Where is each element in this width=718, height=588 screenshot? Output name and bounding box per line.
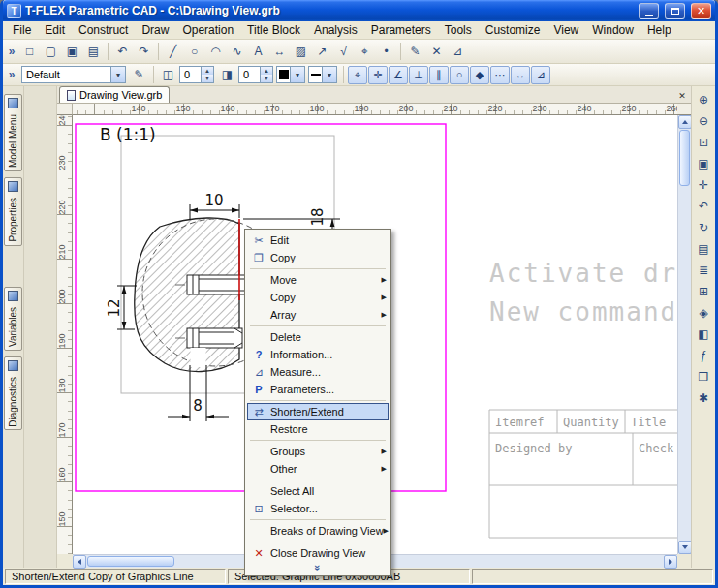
chevron-down-icon[interactable]: ▾ [110, 67, 125, 82]
arc-icon[interactable]: ◠ [205, 42, 226, 61]
context-menu-item-array[interactable]: Array ▶ [247, 306, 389, 324]
stepper-up-icon[interactable]: ▲ [261, 67, 272, 75]
line-icon[interactable]: ╱ [163, 42, 183, 61]
chevron-down-icon[interactable]: ▾ [322, 67, 336, 82]
zoom-window-icon[interactable]: ⊡ [694, 133, 714, 152]
pan-icon[interactable]: ✛ [694, 175, 714, 195]
context-menu-item-groups[interactable]: Groups ▶ [247, 443, 389, 460]
snap-midpoint-toggle[interactable]: ◆ [470, 66, 489, 84]
node-icon[interactable]: • [376, 42, 396, 61]
context-menu-item-delete[interactable]: Delete [247, 328, 389, 346]
open-icon[interactable]: ▢ [41, 42, 61, 61]
menu-expand-chevron[interactable]: » [247, 562, 389, 573]
minimize-button[interactable] [639, 3, 659, 19]
snap-tangent-toggle[interactable]: ⊿ [531, 66, 550, 84]
context-menu-item-select-all[interactable]: Select All [247, 482, 389, 500]
context-menu-item-information[interactable]: ? Information... [247, 346, 389, 363]
context-menu-item-move[interactable]: Move ▶ [247, 271, 389, 289]
roughness-icon[interactable]: √ [333, 42, 354, 61]
layers-icon[interactable]: ≣ [694, 261, 714, 280]
snap-nearest-toggle[interactable]: ⋯ [490, 66, 510, 84]
menubar-item-customize[interactable]: Customize [479, 21, 547, 39]
context-menu-item-copy[interactable]: ❐ Copy [247, 249, 389, 266]
pen-style-icon[interactable]: ✎ [129, 65, 149, 84]
menubar-item-analysis[interactable]: Analysis [307, 21, 364, 39]
tab-properties[interactable]: Properties [4, 177, 22, 246]
context-menu-item-close-drawing-view[interactable]: ✕ Close Drawing View [247, 544, 389, 562]
style-combobox[interactable]: Default ▾ [21, 66, 126, 83]
leader-icon[interactable]: ↗ [312, 42, 332, 61]
line-thickness-stepper[interactable]: 0 ▲▼ [179, 66, 214, 83]
menubar-item-view[interactable]: View [546, 21, 585, 39]
menubar-item-title-block[interactable]: Title Block [240, 21, 307, 39]
document-close-icon[interactable]: ✕ [675, 89, 689, 103]
stepper-arrows[interactable]: ▲▼ [201, 67, 213, 82]
context-menu-item-shorten-extend[interactable]: ⇄ Shorten/Extend [247, 403, 389, 420]
tab-variables[interactable]: Variables [4, 287, 22, 351]
vertical-scroll-thumb[interactable] [679, 130, 690, 186]
snap-perpendicular-toggle[interactable]: ⊥ [409, 66, 428, 84]
circle-icon[interactable]: ○ [184, 42, 204, 61]
context-menu-item-copy-submenu[interactable]: Copy ▶ [247, 289, 389, 306]
tab-diagnostics[interactable]: Diagnostics [4, 356, 22, 431]
context-menu-item-measure[interactable]: ⊿ Measure... [247, 363, 389, 381]
stepper-arrows[interactable]: ▲▼ [260, 67, 272, 82]
hatch-icon[interactable]: ▨ [291, 42, 311, 61]
new-icon[interactable]: □ [19, 42, 40, 61]
vertical-scrollbar[interactable] [677, 115, 691, 554]
snap-horizontal-toggle[interactable]: ↔ [511, 66, 530, 84]
context-menu-item-selector[interactable]: ⊡ Selector... [247, 500, 389, 517]
redraw-icon[interactable]: ↻ [694, 218, 714, 237]
menubar-item-parameters[interactable]: Parameters [364, 21, 438, 39]
menubar-item-window[interactable]: Window [585, 21, 640, 39]
menubar-item-operation[interactable]: Operation [175, 21, 240, 39]
menubar-item-draw[interactable]: Draw [135, 21, 175, 39]
undo-icon[interactable]: ↶ [112, 42, 133, 61]
print-icon[interactable]: ▤ [83, 42, 104, 61]
horizontal-scroll-thumb[interactable] [87, 556, 174, 567]
dimension-icon[interactable]: ↔ [269, 42, 290, 61]
options-icon[interactable]: ✱ [694, 388, 714, 408]
menubar-item-help[interactable]: Help [640, 21, 678, 39]
context-menu-item-other[interactable]: Other ▶ [247, 460, 389, 478]
priority-stepper[interactable]: 0 ▲▼ [238, 66, 273, 83]
erase-icon[interactable]: ✕ [426, 42, 447, 61]
scroll-up-button[interactable] [678, 115, 692, 129]
menubar-item-tools[interactable]: Tools [438, 21, 479, 39]
snap-angle-toggle[interactable]: ∠ [389, 66, 408, 84]
stepper-down-icon[interactable]: ▼ [261, 75, 272, 82]
materials-icon[interactable]: ◧ [694, 325, 714, 344]
axis-icon[interactable]: ⌖ [355, 42, 375, 61]
scroll-down-button[interactable] [678, 541, 692, 554]
tab-model-menu[interactable]: Model Menu [4, 94, 22, 171]
toolbar-overflow-icon[interactable]: » [5, 68, 18, 81]
menubar-item-construct[interactable]: Construct [72, 21, 135, 39]
stepper-down-icon[interactable]: ▼ [202, 75, 213, 82]
3d-view-icon[interactable]: ◈ [694, 303, 714, 323]
snap-circle-toggle[interactable]: ○ [450, 66, 469, 84]
snap-node-toggle[interactable]: ✛ [368, 66, 388, 84]
restore-button[interactable] [665, 3, 685, 19]
sheets-icon[interactable]: ▤ [694, 239, 714, 259]
spline-icon[interactable]: ∿ [227, 42, 247, 61]
context-menu-item-edit[interactable]: ✂ Edit [247, 232, 389, 249]
linetype-dropdown[interactable]: ▾ [308, 66, 337, 83]
stepper-up-icon[interactable]: ▲ [202, 67, 213, 75]
measure-icon[interactable]: ⊿ [448, 42, 468, 61]
redo-icon[interactable]: ↷ [134, 42, 154, 61]
color-dropdown[interactable]: ▾ [276, 66, 305, 83]
text-icon[interactable]: A [248, 42, 268, 61]
save-icon[interactable]: ▣ [62, 42, 82, 61]
menubar-item-file[interactable]: File [6, 21, 38, 39]
previous-view-icon[interactable]: ↶ [694, 197, 714, 216]
scroll-right-button[interactable] [664, 555, 677, 569]
menubar-item-edit[interactable]: Edit [38, 21, 72, 39]
sketch-icon[interactable]: ✎ [405, 42, 425, 61]
close-button[interactable]: ✕ [691, 3, 711, 19]
document-tab[interactable]: Drawing View.grb [59, 86, 170, 103]
zoom-out-icon[interactable]: ⊖ [694, 111, 714, 131]
context-menu-item-restore[interactable]: Restore [247, 420, 389, 438]
chevron-down-icon[interactable]: ▾ [290, 67, 304, 82]
snap-grid-toggle[interactable]: ⌖ [348, 66, 367, 84]
zoom-in-icon[interactable]: ⊕ [694, 90, 714, 109]
